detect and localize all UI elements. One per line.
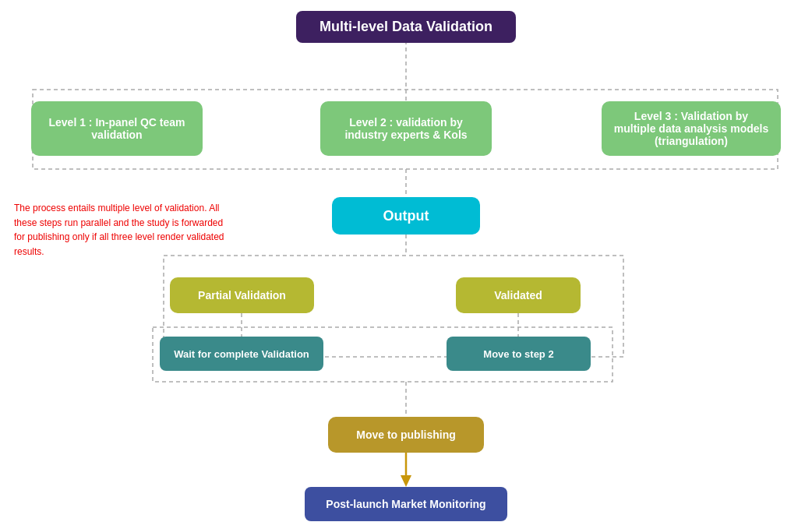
postlaunch-box: Post-launch Market Monitoring — [305, 487, 507, 521]
diagram-container: Multi-level Data Validation Level 1 : In… — [0, 0, 812, 529]
wait-box: Wait for complete Validation — [160, 337, 323, 371]
level2-text: Level 2 : validation by industry experts… — [331, 116, 481, 141]
output-box: Output — [332, 197, 480, 235]
movestep2-text: Move to step 2 — [483, 348, 553, 360]
partial-text: Partial Validation — [198, 289, 286, 302]
svg-marker-12 — [401, 475, 411, 487]
level2-box: Level 2 : validation by industry experts… — [320, 101, 492, 156]
level3-box: Level 3 : Validation by multiple data an… — [602, 101, 781, 156]
movestep2-box: Move to step 2 — [447, 337, 591, 371]
validated-text: Validated — [494, 289, 542, 302]
output-text: Output — [383, 208, 429, 224]
publishing-box: Move to publishing — [328, 417, 484, 453]
level1-text: Level 1 : In-panel QC team validation — [42, 116, 192, 141]
level1-box: Level 1 : In-panel QC team validation — [31, 101, 203, 156]
title-text: Multi-level Data Validation — [320, 19, 492, 34]
wait-text: Wait for complete Validation — [174, 348, 309, 360]
level3-text: Level 3 : Validation by multiple data an… — [613, 110, 770, 147]
side-note: The process entails multiple level of va… — [14, 201, 232, 259]
title-box: Multi-level Data Validation — [296, 11, 516, 43]
partial-validation-box: Partial Validation — [170, 277, 314, 313]
postlaunch-text: Post-launch Market Monitoring — [326, 498, 485, 510]
sidenote-text: The process entails multiple level of va… — [14, 203, 224, 257]
publishing-text: Move to publishing — [356, 428, 456, 441]
validated-box: Validated — [456, 277, 581, 313]
